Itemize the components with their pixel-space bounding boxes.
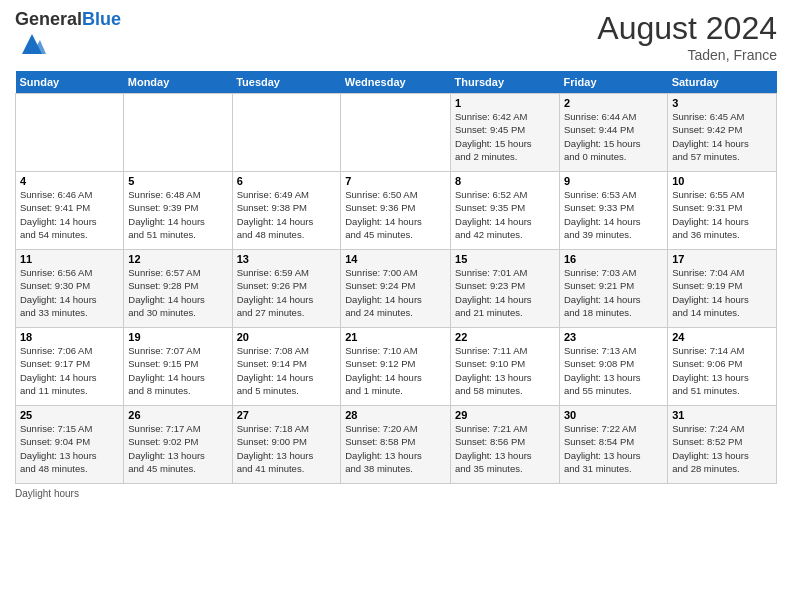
day-number: 13: [237, 253, 337, 265]
day-number: 8: [455, 175, 555, 187]
day-info: Sunrise: 7:17 AM Sunset: 9:02 PM Dayligh…: [128, 422, 227, 475]
calendar-cell: [232, 94, 341, 172]
day-info: Sunrise: 6:50 AM Sunset: 9:36 PM Dayligh…: [345, 188, 446, 241]
calendar-cell: 16Sunrise: 7:03 AM Sunset: 9:21 PM Dayli…: [560, 250, 668, 328]
calendar-cell: 24Sunrise: 7:14 AM Sunset: 9:06 PM Dayli…: [668, 328, 777, 406]
day-number: 26: [128, 409, 227, 421]
day-info: Sunrise: 6:55 AM Sunset: 9:31 PM Dayligh…: [672, 188, 772, 241]
day-info: Sunrise: 7:01 AM Sunset: 9:23 PM Dayligh…: [455, 266, 555, 319]
calendar-cell: [341, 94, 451, 172]
day-number: 10: [672, 175, 772, 187]
day-number: 7: [345, 175, 446, 187]
calendar-cell: 31Sunrise: 7:24 AM Sunset: 8:52 PM Dayli…: [668, 406, 777, 484]
calendar-week-row: 11Sunrise: 6:56 AM Sunset: 9:30 PM Dayli…: [16, 250, 777, 328]
day-info: Sunrise: 7:08 AM Sunset: 9:14 PM Dayligh…: [237, 344, 337, 397]
day-info: Sunrise: 6:53 AM Sunset: 9:33 PM Dayligh…: [564, 188, 663, 241]
weekday-header: Tuesday: [232, 71, 341, 94]
day-number: 5: [128, 175, 227, 187]
weekday-header: Monday: [124, 71, 232, 94]
day-info: Sunrise: 6:52 AM Sunset: 9:35 PM Dayligh…: [455, 188, 555, 241]
day-number: 17: [672, 253, 772, 265]
day-info: Sunrise: 7:20 AM Sunset: 8:58 PM Dayligh…: [345, 422, 446, 475]
month-year: August 2024: [597, 10, 777, 47]
calendar-cell: 17Sunrise: 7:04 AM Sunset: 9:19 PM Dayli…: [668, 250, 777, 328]
location: Taden, France: [597, 47, 777, 63]
calendar-cell: 9Sunrise: 6:53 AM Sunset: 9:33 PM Daylig…: [560, 172, 668, 250]
day-number: 4: [20, 175, 119, 187]
day-info: Sunrise: 6:57 AM Sunset: 9:28 PM Dayligh…: [128, 266, 227, 319]
logo: GeneralBlue: [15, 10, 121, 62]
calendar-week-row: 25Sunrise: 7:15 AM Sunset: 9:04 PM Dayli…: [16, 406, 777, 484]
day-info: Sunrise: 7:04 AM Sunset: 9:19 PM Dayligh…: [672, 266, 772, 319]
logo-text: GeneralBlue: [15, 10, 121, 30]
calendar-cell: 7Sunrise: 6:50 AM Sunset: 9:36 PM Daylig…: [341, 172, 451, 250]
day-number: 22: [455, 331, 555, 343]
day-number: 27: [237, 409, 337, 421]
calendar-cell: 5Sunrise: 6:48 AM Sunset: 9:39 PM Daylig…: [124, 172, 232, 250]
page: GeneralBlue August 2024 Taden, France Su…: [0, 0, 792, 612]
day-number: 15: [455, 253, 555, 265]
day-info: Sunrise: 6:56 AM Sunset: 9:30 PM Dayligh…: [20, 266, 119, 319]
calendar-week-row: 4Sunrise: 6:46 AM Sunset: 9:41 PM Daylig…: [16, 172, 777, 250]
day-info: Sunrise: 7:03 AM Sunset: 9:21 PM Dayligh…: [564, 266, 663, 319]
calendar-cell: 28Sunrise: 7:20 AM Sunset: 8:58 PM Dayli…: [341, 406, 451, 484]
day-info: Sunrise: 7:24 AM Sunset: 8:52 PM Dayligh…: [672, 422, 772, 475]
calendar-cell: 20Sunrise: 7:08 AM Sunset: 9:14 PM Dayli…: [232, 328, 341, 406]
day-number: 23: [564, 331, 663, 343]
day-info: Sunrise: 7:11 AM Sunset: 9:10 PM Dayligh…: [455, 344, 555, 397]
calendar-cell: 11Sunrise: 6:56 AM Sunset: 9:30 PM Dayli…: [16, 250, 124, 328]
calendar-cell: 27Sunrise: 7:18 AM Sunset: 9:00 PM Dayli…: [232, 406, 341, 484]
day-number: 6: [237, 175, 337, 187]
logo-general: General: [15, 9, 82, 29]
calendar-cell: 4Sunrise: 6:46 AM Sunset: 9:41 PM Daylig…: [16, 172, 124, 250]
calendar-week-row: 1Sunrise: 6:42 AM Sunset: 9:45 PM Daylig…: [16, 94, 777, 172]
logo-icon: [18, 30, 46, 58]
calendar-cell: 25Sunrise: 7:15 AM Sunset: 9:04 PM Dayli…: [16, 406, 124, 484]
calendar-cell: 23Sunrise: 7:13 AM Sunset: 9:08 PM Dayli…: [560, 328, 668, 406]
calendar-cell: 13Sunrise: 6:59 AM Sunset: 9:26 PM Dayli…: [232, 250, 341, 328]
day-info: Sunrise: 6:59 AM Sunset: 9:26 PM Dayligh…: [237, 266, 337, 319]
calendar-cell: 21Sunrise: 7:10 AM Sunset: 9:12 PM Dayli…: [341, 328, 451, 406]
calendar-cell: 8Sunrise: 6:52 AM Sunset: 9:35 PM Daylig…: [451, 172, 560, 250]
day-info: Sunrise: 6:45 AM Sunset: 9:42 PM Dayligh…: [672, 110, 772, 163]
day-number: 29: [455, 409, 555, 421]
day-info: Sunrise: 6:46 AM Sunset: 9:41 PM Dayligh…: [20, 188, 119, 241]
calendar-cell: 26Sunrise: 7:17 AM Sunset: 9:02 PM Dayli…: [124, 406, 232, 484]
day-info: Sunrise: 7:21 AM Sunset: 8:56 PM Dayligh…: [455, 422, 555, 475]
day-info: Sunrise: 7:10 AM Sunset: 9:12 PM Dayligh…: [345, 344, 446, 397]
day-number: 20: [237, 331, 337, 343]
day-number: 1: [455, 97, 555, 109]
weekday-header: Sunday: [16, 71, 124, 94]
day-info: Sunrise: 6:42 AM Sunset: 9:45 PM Dayligh…: [455, 110, 555, 163]
calendar-cell: [16, 94, 124, 172]
day-info: Sunrise: 7:13 AM Sunset: 9:08 PM Dayligh…: [564, 344, 663, 397]
day-number: 14: [345, 253, 446, 265]
calendar-cell: 2Sunrise: 6:44 AM Sunset: 9:44 PM Daylig…: [560, 94, 668, 172]
day-number: 21: [345, 331, 446, 343]
calendar-cell: 15Sunrise: 7:01 AM Sunset: 9:23 PM Dayli…: [451, 250, 560, 328]
day-info: Sunrise: 6:48 AM Sunset: 9:39 PM Dayligh…: [128, 188, 227, 241]
day-info: Sunrise: 6:44 AM Sunset: 9:44 PM Dayligh…: [564, 110, 663, 163]
day-info: Sunrise: 7:00 AM Sunset: 9:24 PM Dayligh…: [345, 266, 446, 319]
day-number: 18: [20, 331, 119, 343]
calendar-cell: [124, 94, 232, 172]
day-number: 12: [128, 253, 227, 265]
day-number: 28: [345, 409, 446, 421]
calendar-week-row: 18Sunrise: 7:06 AM Sunset: 9:17 PM Dayli…: [16, 328, 777, 406]
weekday-header: Friday: [560, 71, 668, 94]
logo-blue: Blue: [82, 9, 121, 29]
weekday-header: Wednesday: [341, 71, 451, 94]
title-block: August 2024 Taden, France: [597, 10, 777, 63]
day-number: 25: [20, 409, 119, 421]
day-info: Sunrise: 7:18 AM Sunset: 9:00 PM Dayligh…: [237, 422, 337, 475]
day-number: 31: [672, 409, 772, 421]
day-info: Sunrise: 7:22 AM Sunset: 8:54 PM Dayligh…: [564, 422, 663, 475]
weekday-header: Thursday: [451, 71, 560, 94]
calendar-cell: 3Sunrise: 6:45 AM Sunset: 9:42 PM Daylig…: [668, 94, 777, 172]
day-info: Sunrise: 7:14 AM Sunset: 9:06 PM Dayligh…: [672, 344, 772, 397]
day-number: 30: [564, 409, 663, 421]
header: GeneralBlue August 2024 Taden, France: [15, 10, 777, 63]
calendar-cell: 1Sunrise: 6:42 AM Sunset: 9:45 PM Daylig…: [451, 94, 560, 172]
day-number: 3: [672, 97, 772, 109]
footer-note: Daylight hours: [15, 488, 777, 499]
